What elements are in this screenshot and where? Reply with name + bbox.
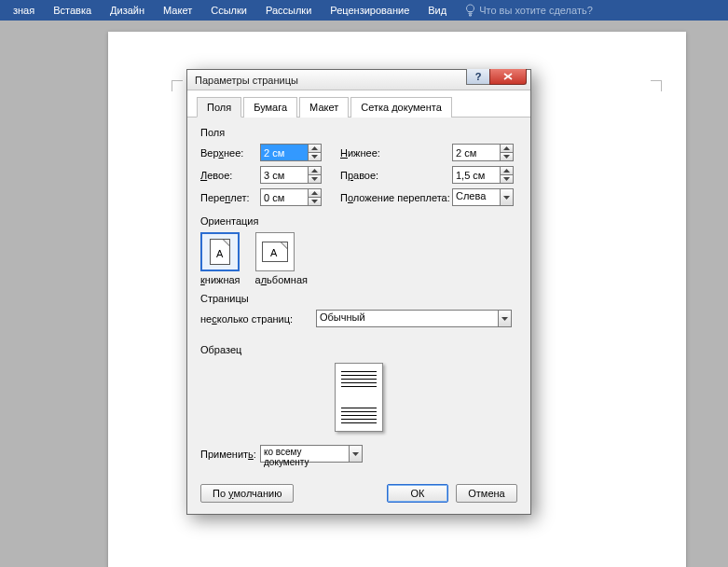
margin-left-spinner[interactable] xyxy=(260,166,322,184)
close-icon xyxy=(503,73,513,80)
group-pages-label: Страницы xyxy=(200,293,517,304)
ribbon-tab-home[interactable]: зная xyxy=(4,0,44,21)
group-orientation-label: Ориентация xyxy=(200,215,517,227)
tab-layout[interactable]: Макет xyxy=(299,97,349,118)
spin-up-button[interactable] xyxy=(501,144,514,152)
svg-text:A: A xyxy=(216,248,224,259)
apply-to-select[interactable]: ко всему документу xyxy=(260,445,363,463)
orientation-portrait-label: книжная xyxy=(200,274,240,285)
ribbon: зная Вставка Дизайн Макет Ссылки Рассылк… xyxy=(0,0,728,21)
chevron-down-icon xyxy=(503,196,510,200)
close-button[interactable] xyxy=(489,69,527,85)
label-apply-to: Применить: xyxy=(200,449,260,460)
ribbon-tab-review[interactable]: Рецензирование xyxy=(321,0,419,21)
margin-left-input[interactable] xyxy=(260,166,309,184)
tell-me-text: Что вы хотите сделать? xyxy=(479,5,593,16)
gutter-pos-select[interactable]: Слева xyxy=(452,188,514,206)
spin-down-button[interactable] xyxy=(501,152,514,161)
group-sample-label: Образец xyxy=(200,344,517,355)
ribbon-tab-references[interactable]: Ссылки xyxy=(201,0,256,21)
label-gutter: Переплет: xyxy=(200,192,260,203)
ribbon-tab-insert[interactable]: Вставка xyxy=(44,0,101,21)
apply-to-value: ко всему документу xyxy=(260,445,350,463)
lightbulb-icon xyxy=(465,4,475,17)
svg-text:A: A xyxy=(270,247,278,258)
label-left: Левое: xyxy=(200,170,260,181)
spin-up-button[interactable] xyxy=(309,144,322,152)
ribbon-tab-view[interactable]: Вид xyxy=(419,0,456,21)
chevron-down-icon xyxy=(352,452,359,456)
ribbon-tab-mailings[interactable]: Рассылки xyxy=(256,0,321,21)
label-top: Верхнее: xyxy=(200,147,260,159)
margin-bottom-input[interactable] xyxy=(452,144,501,161)
ribbon-tab-design[interactable]: Дизайн xyxy=(101,0,154,21)
page-margin-corner xyxy=(651,80,662,91)
ok-button[interactable]: ОК xyxy=(387,484,448,503)
label-gutter-pos: Положение переплета: xyxy=(340,192,452,203)
label-bottom: Нижнее: xyxy=(340,147,452,159)
page-setup-dialog: Параметры страницы ? Поля Бумага Макет С… xyxy=(186,69,531,515)
gutter-pos-value: Слева xyxy=(452,188,501,206)
tab-grid[interactable]: Сетка документа xyxy=(350,97,452,118)
spin-down-button[interactable] xyxy=(309,197,322,206)
chevron-down-icon xyxy=(501,317,508,321)
orientation-portrait[interactable]: A xyxy=(200,232,240,271)
margin-right-spinner[interactable] xyxy=(452,166,514,184)
spin-up-button[interactable] xyxy=(309,188,322,197)
margin-top-spinner[interactable] xyxy=(260,144,322,161)
margin-top-input[interactable] xyxy=(260,144,309,161)
cancel-button[interactable]: Отмена xyxy=(456,484,517,503)
dialog-title: Параметры страницы xyxy=(195,75,298,86)
dropdown-button[interactable] xyxy=(501,188,514,206)
multi-pages-select[interactable]: Обычный xyxy=(316,310,512,327)
label-multi-pages: несколько страниц: xyxy=(200,313,316,325)
spin-down-button[interactable] xyxy=(501,174,514,184)
dialog-tabs: Поля Бумага Макет Сетка документа xyxy=(187,90,530,118)
margin-bottom-spinner[interactable] xyxy=(452,144,514,161)
dialog-titlebar[interactable]: Параметры страницы ? xyxy=(187,70,530,90)
orientation-landscape-label: альбомная xyxy=(255,274,308,285)
spin-up-button[interactable] xyxy=(309,166,322,174)
gutter-input[interactable] xyxy=(260,188,309,206)
portrait-icon: A xyxy=(210,239,230,265)
orientation-landscape[interactable]: A xyxy=(255,232,295,271)
default-button[interactable]: По умолчанию xyxy=(200,484,294,503)
dropdown-button[interactable] xyxy=(350,445,363,463)
tab-margins[interactable]: Поля xyxy=(197,97,241,118)
landscape-icon: A xyxy=(262,242,288,262)
help-button[interactable]: ? xyxy=(466,69,490,85)
page-preview xyxy=(335,363,383,432)
page-margin-corner xyxy=(172,80,183,91)
label-right: Правое: xyxy=(340,170,452,181)
multi-pages-value: Обычный xyxy=(316,310,499,327)
gutter-spinner[interactable] xyxy=(260,188,322,206)
margin-right-input[interactable] xyxy=(452,166,501,184)
group-margins-label: Поля xyxy=(200,127,517,138)
spin-up-button[interactable] xyxy=(501,166,514,174)
spin-down-button[interactable] xyxy=(309,174,322,184)
spin-down-button[interactable] xyxy=(309,152,322,161)
tell-me-search[interactable]: Что вы хотите сделать? xyxy=(456,4,593,17)
ribbon-tab-layout[interactable]: Макет xyxy=(154,0,201,21)
dropdown-button[interactable] xyxy=(499,310,512,327)
tab-paper[interactable]: Бумага xyxy=(243,97,297,118)
